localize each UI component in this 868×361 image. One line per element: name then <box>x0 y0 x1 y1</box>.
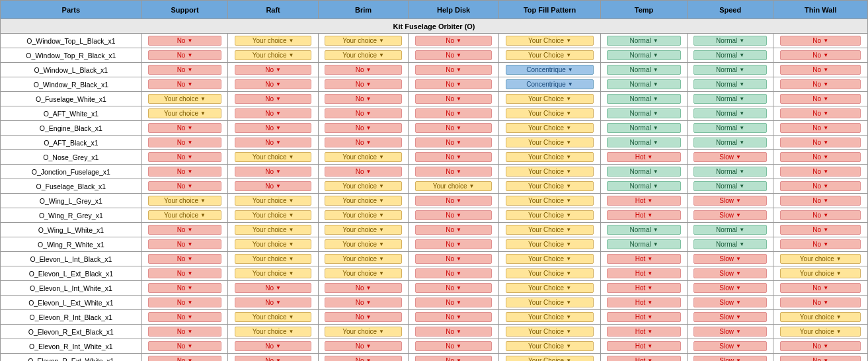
dropdown-no[interactable]: No▼ <box>235 341 312 351</box>
dropdown-normal[interactable]: Normal▼ <box>607 79 680 89</box>
dropdown-no[interactable]: No▼ <box>780 94 861 104</box>
dropdown-normal[interactable]: Normal▼ <box>607 138 680 147</box>
dropdown-no[interactable]: No▼ <box>325 138 402 147</box>
dropdown-yourchoice[interactable]: Your choice▼ <box>235 50 312 60</box>
dropdown-normal[interactable]: Normal▼ <box>607 225 680 235</box>
dropdown-no[interactable]: No▼ <box>415 327 493 337</box>
dropdown-yourchoice[interactable]: Your Choice▼ <box>506 239 594 249</box>
dropdown-no[interactable]: No▼ <box>235 181 312 191</box>
dropdown-yourchoice[interactable]: Your Choice▼ <box>506 268 594 278</box>
dropdown-no[interactable]: No▼ <box>235 138 312 147</box>
dropdown-no[interactable]: No▼ <box>415 152 493 162</box>
dropdown-no[interactable]: No▼ <box>148 138 221 147</box>
dropdown-no[interactable]: No▼ <box>235 356 312 361</box>
dropdown-hot[interactable]: Hot▼ <box>607 327 680 337</box>
dropdown-yourchoice[interactable]: Your choice▼ <box>325 152 402 162</box>
dropdown-no[interactable]: No▼ <box>325 312 402 322</box>
dropdown-no[interactable]: No▼ <box>235 167 312 177</box>
dropdown-no[interactable]: No▼ <box>415 94 493 104</box>
dropdown-no[interactable]: No▼ <box>148 181 221 191</box>
dropdown-no[interactable]: No▼ <box>235 283 312 293</box>
dropdown-yourchoice[interactable]: Your choice▼ <box>235 196 312 206</box>
dropdown-no[interactable]: No▼ <box>148 239 221 249</box>
dropdown-yourchoice[interactable]: Your choice▼ <box>235 225 312 235</box>
dropdown-normal[interactable]: Normal▼ <box>693 79 767 89</box>
dropdown-no[interactable]: No▼ <box>415 65 493 75</box>
dropdown-yourchoice[interactable]: Your Choice▼ <box>506 94 594 104</box>
dropdown-normal[interactable]: Normal▼ <box>693 167 767 177</box>
dropdown-no[interactable]: No▼ <box>780 196 861 206</box>
dropdown-yourchoice[interactable]: Your choice▼ <box>780 312 861 322</box>
dropdown-no[interactable]: No▼ <box>415 356 493 361</box>
dropdown-no[interactable]: No▼ <box>148 312 221 322</box>
dropdown-yourchoice[interactable]: Your Choice▼ <box>506 312 594 322</box>
dropdown-normal[interactable]: Normal▼ <box>607 108 680 118</box>
dropdown-yourchoice[interactable]: Your choice▼ <box>325 254 402 264</box>
dropdown-no[interactable]: No▼ <box>325 283 402 293</box>
dropdown-normal[interactable]: Normal▼ <box>607 94 680 104</box>
dropdown-no[interactable]: No▼ <box>325 356 402 361</box>
dropdown-no[interactable]: No▼ <box>415 123 493 133</box>
dropdown-yourchoice[interactable]: Your choice▼ <box>148 108 221 118</box>
dropdown-hot[interactable]: Hot▼ <box>607 152 680 162</box>
dropdown-no[interactable]: No▼ <box>780 167 861 177</box>
dropdown-no[interactable]: No▼ <box>415 108 493 118</box>
dropdown-slow[interactable]: Slow▼ <box>693 327 767 337</box>
dropdown-normal[interactable]: Normal▼ <box>693 36 767 46</box>
dropdown-no[interactable]: No▼ <box>415 210 493 220</box>
dropdown-normal[interactable]: Normal▼ <box>693 108 767 118</box>
dropdown-hot[interactable]: Hot▼ <box>607 283 680 293</box>
dropdown-no[interactable]: No▼ <box>780 50 861 60</box>
dropdown-no[interactable]: No▼ <box>415 36 493 46</box>
dropdown-no[interactable]: No▼ <box>780 138 861 147</box>
dropdown-yourchoice[interactable]: Your choice▼ <box>325 225 402 235</box>
dropdown-normal[interactable]: Normal▼ <box>693 94 767 104</box>
dropdown-no[interactable]: No▼ <box>148 298 221 307</box>
dropdown-hot[interactable]: Hot▼ <box>607 196 680 206</box>
dropdown-normal[interactable]: Normal▼ <box>693 65 767 75</box>
dropdown-concentrique[interactable]: Concentrique▼ <box>506 65 594 75</box>
dropdown-no[interactable]: No▼ <box>325 341 402 351</box>
dropdown-yourchoice[interactable]: Your choice▼ <box>325 268 402 278</box>
dropdown-no[interactable]: No▼ <box>148 225 221 235</box>
dropdown-yourchoice[interactable]: Your Choice▼ <box>506 341 594 351</box>
dropdown-no[interactable]: No▼ <box>415 196 493 206</box>
dropdown-no[interactable]: No▼ <box>415 239 493 249</box>
dropdown-yourchoice[interactable]: Your choice▼ <box>148 196 221 206</box>
dropdown-yourchoice[interactable]: Your choice▼ <box>235 254 312 264</box>
dropdown-normal[interactable]: Normal▼ <box>693 239 767 249</box>
dropdown-no[interactable]: No▼ <box>780 152 861 162</box>
dropdown-hot[interactable]: Hot▼ <box>607 312 680 322</box>
dropdown-no[interactable]: No▼ <box>415 138 493 147</box>
dropdown-yourchoice[interactable]: Your choice▼ <box>780 327 861 337</box>
dropdown-yourchoice[interactable]: Your choice▼ <box>325 327 402 337</box>
dropdown-no[interactable]: No▼ <box>415 268 493 278</box>
dropdown-hot[interactable]: Hot▼ <box>607 254 680 264</box>
dropdown-yourchoice[interactable]: Your choice▼ <box>235 152 312 162</box>
dropdown-yourchoice[interactable]: Your choice▼ <box>235 210 312 220</box>
dropdown-yourchoice[interactable]: Your Choice▼ <box>506 123 594 133</box>
dropdown-no[interactable]: No▼ <box>780 108 861 118</box>
dropdown-no[interactable]: No▼ <box>325 108 402 118</box>
dropdown-normal[interactable]: Normal▼ <box>607 167 680 177</box>
dropdown-no[interactable]: No▼ <box>148 341 221 351</box>
dropdown-no[interactable]: No▼ <box>780 123 861 133</box>
dropdown-no[interactable]: No▼ <box>780 181 861 191</box>
dropdown-no[interactable]: No▼ <box>780 356 861 361</box>
dropdown-yourchoice[interactable]: Your choice▼ <box>325 239 402 249</box>
dropdown-slow[interactable]: Slow▼ <box>693 312 767 322</box>
dropdown-yourchoice[interactable]: Your Choice▼ <box>506 152 594 162</box>
dropdown-yourchoice[interactable]: Your choice▼ <box>780 268 861 278</box>
dropdown-no[interactable]: No▼ <box>148 123 221 133</box>
dropdown-yourchoice[interactable]: Your Choice▼ <box>506 167 594 177</box>
dropdown-yourchoice[interactable]: Your Choice▼ <box>506 254 594 264</box>
dropdown-normal[interactable]: Normal▼ <box>693 225 767 235</box>
dropdown-no[interactable]: No▼ <box>148 254 221 264</box>
dropdown-slow[interactable]: Slow▼ <box>693 341 767 351</box>
dropdown-no[interactable]: No▼ <box>780 210 861 220</box>
dropdown-no[interactable]: No▼ <box>148 327 221 337</box>
dropdown-yourchoice[interactable]: Your Choice▼ <box>506 36 594 46</box>
dropdown-yourchoice[interactable]: Your choice▼ <box>325 181 402 191</box>
dropdown-yourchoice[interactable]: Your Choice▼ <box>506 210 594 220</box>
dropdown-normal[interactable]: Normal▼ <box>693 181 767 191</box>
